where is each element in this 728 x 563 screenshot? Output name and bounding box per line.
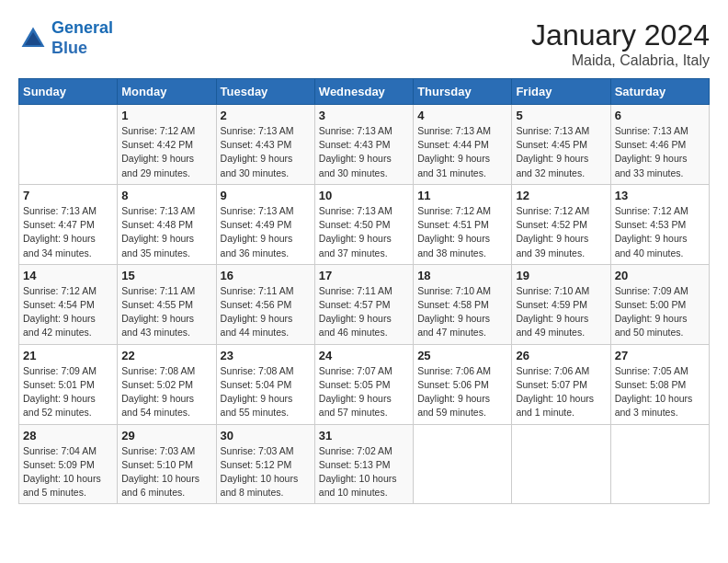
calendar-table: SundayMondayTuesdayWednesdayThursdayFrid… — [18, 78, 710, 504]
calendar-cell: 27Sunrise: 7:05 AMSunset: 5:08 PMDayligh… — [610, 344, 709, 424]
weekday-header-monday: Monday — [118, 79, 216, 105]
day-info: Sunrise: 7:13 AMSunset: 4:43 PMDaylight:… — [221, 124, 311, 180]
calendar-cell: 5Sunrise: 7:13 AMSunset: 4:45 PMDaylight… — [512, 105, 610, 185]
weekday-header-thursday: Thursday — [414, 79, 512, 105]
day-info: Sunrise: 7:13 AMSunset: 4:46 PMDaylight:… — [615, 124, 705, 180]
week-row-3: 14Sunrise: 7:12 AMSunset: 4:54 PMDayligh… — [19, 264, 710, 344]
logo: General Blue — [18, 18, 113, 58]
calendar-cell: 12Sunrise: 7:12 AMSunset: 4:52 PMDayligh… — [512, 184, 610, 264]
calendar-cell: 13Sunrise: 7:12 AMSunset: 4:53 PMDayligh… — [610, 184, 709, 264]
day-number: 20 — [615, 269, 705, 282]
calendar-cell: 15Sunrise: 7:11 AMSunset: 4:55 PMDayligh… — [118, 264, 216, 344]
calendar-cell: 25Sunrise: 7:06 AMSunset: 5:06 PMDayligh… — [414, 344, 512, 424]
calendar-cell: 1Sunrise: 7:12 AMSunset: 4:42 PMDaylight… — [118, 105, 216, 185]
day-number: 27 — [615, 349, 705, 362]
day-info: Sunrise: 7:06 AMSunset: 5:07 PMDaylight:… — [516, 364, 606, 420]
day-number: 2 — [221, 109, 311, 122]
day-info: Sunrise: 7:12 AMSunset: 4:42 PMDaylight:… — [121, 124, 211, 180]
day-info: Sunrise: 7:12 AMSunset: 4:51 PMDaylight:… — [417, 204, 507, 260]
day-info: Sunrise: 7:08 AMSunset: 5:02 PMDaylight:… — [121, 364, 211, 420]
day-number: 19 — [516, 269, 606, 282]
calendar-cell: 31Sunrise: 7:02 AMSunset: 5:13 PMDayligh… — [314, 424, 413, 504]
day-info: Sunrise: 7:13 AMSunset: 4:48 PMDaylight:… — [121, 204, 211, 260]
day-number: 3 — [319, 109, 409, 122]
day-info: Sunrise: 7:11 AMSunset: 4:56 PMDaylight:… — [221, 284, 311, 340]
calendar-cell: 2Sunrise: 7:13 AMSunset: 4:43 PMDaylight… — [216, 105, 314, 185]
calendar-cell: 29Sunrise: 7:03 AMSunset: 5:10 PMDayligh… — [118, 424, 216, 504]
weekday-header-friday: Friday — [512, 79, 610, 105]
page-header: General Blue January 2024 Maida, Calabri… — [18, 18, 710, 69]
day-info: Sunrise: 7:02 AMSunset: 5:13 PMDaylight:… — [319, 444, 409, 500]
location-subtitle: Maida, Calabria, Italy — [531, 52, 710, 69]
day-number: 10 — [319, 189, 409, 202]
day-number: 30 — [221, 429, 311, 442]
day-number: 22 — [121, 349, 211, 362]
day-info: Sunrise: 7:03 AMSunset: 5:12 PMDaylight:… — [221, 444, 311, 500]
calendar-cell: 14Sunrise: 7:12 AMSunset: 4:54 PMDayligh… — [19, 264, 118, 344]
week-row-5: 28Sunrise: 7:04 AMSunset: 5:09 PMDayligh… — [19, 424, 710, 504]
weekday-header-tuesday: Tuesday — [216, 79, 314, 105]
day-number: 8 — [121, 189, 211, 202]
day-number: 24 — [319, 349, 409, 362]
day-number: 11 — [417, 189, 507, 202]
day-info: Sunrise: 7:13 AMSunset: 4:49 PMDaylight:… — [221, 204, 311, 260]
day-number: 31 — [319, 429, 409, 442]
calendar-cell — [610, 424, 709, 504]
calendar-cell: 4Sunrise: 7:13 AMSunset: 4:44 PMDaylight… — [414, 105, 512, 185]
calendar-cell: 6Sunrise: 7:13 AMSunset: 4:46 PMDaylight… — [610, 105, 709, 185]
day-info: Sunrise: 7:11 AMSunset: 4:55 PMDaylight:… — [121, 284, 211, 340]
day-info: Sunrise: 7:04 AMSunset: 5:09 PMDaylight:… — [23, 444, 113, 500]
calendar-cell: 20Sunrise: 7:09 AMSunset: 5:00 PMDayligh… — [610, 264, 709, 344]
day-number: 7 — [23, 189, 113, 202]
day-number: 17 — [319, 269, 409, 282]
day-info: Sunrise: 7:13 AMSunset: 4:47 PMDaylight:… — [23, 204, 113, 260]
week-row-4: 21Sunrise: 7:09 AMSunset: 5:01 PMDayligh… — [19, 344, 710, 424]
calendar-cell: 7Sunrise: 7:13 AMSunset: 4:47 PMDaylight… — [19, 184, 118, 264]
week-row-1: 1Sunrise: 7:12 AMSunset: 4:42 PMDaylight… — [19, 105, 710, 185]
day-info: Sunrise: 7:10 AMSunset: 4:59 PMDaylight:… — [516, 284, 606, 340]
day-number: 28 — [23, 429, 113, 442]
day-info: Sunrise: 7:06 AMSunset: 5:06 PMDaylight:… — [417, 364, 507, 420]
weekday-header-wednesday: Wednesday — [314, 79, 413, 105]
calendar-cell: 19Sunrise: 7:10 AMSunset: 4:59 PMDayligh… — [512, 264, 610, 344]
day-number: 29 — [121, 429, 211, 442]
day-number: 13 — [615, 189, 705, 202]
day-number: 23 — [221, 349, 311, 362]
calendar-cell — [19, 105, 118, 185]
calendar-cell: 30Sunrise: 7:03 AMSunset: 5:12 PMDayligh… — [216, 424, 314, 504]
day-info: Sunrise: 7:13 AMSunset: 4:50 PMDaylight:… — [319, 204, 409, 260]
day-info: Sunrise: 7:07 AMSunset: 5:05 PMDaylight:… — [319, 364, 409, 420]
day-number: 4 — [417, 109, 507, 122]
calendar-cell: 17Sunrise: 7:11 AMSunset: 4:57 PMDayligh… — [314, 264, 413, 344]
title-block: January 2024 Maida, Calabria, Italy — [531, 18, 710, 69]
day-number: 1 — [121, 109, 211, 122]
day-number: 18 — [417, 269, 507, 282]
calendar-cell: 18Sunrise: 7:10 AMSunset: 4:58 PMDayligh… — [414, 264, 512, 344]
day-number: 5 — [516, 109, 606, 122]
weekday-header-sunday: Sunday — [19, 79, 118, 105]
calendar-cell: 26Sunrise: 7:06 AMSunset: 5:07 PMDayligh… — [512, 344, 610, 424]
day-info: Sunrise: 7:13 AMSunset: 4:44 PMDaylight:… — [417, 124, 507, 180]
logo-general: General — [51, 18, 113, 37]
day-number: 21 — [23, 349, 113, 362]
day-info: Sunrise: 7:09 AMSunset: 5:01 PMDaylight:… — [23, 364, 113, 420]
day-info: Sunrise: 7:12 AMSunset: 4:52 PMDaylight:… — [516, 204, 606, 260]
day-info: Sunrise: 7:09 AMSunset: 5:00 PMDaylight:… — [615, 284, 705, 340]
day-number: 26 — [516, 349, 606, 362]
day-info: Sunrise: 7:03 AMSunset: 5:10 PMDaylight:… — [121, 444, 211, 500]
day-number: 6 — [615, 109, 705, 122]
logo-blue: Blue — [51, 39, 87, 57]
week-row-2: 7Sunrise: 7:13 AMSunset: 4:47 PMDaylight… — [19, 184, 710, 264]
logo-icon — [18, 24, 48, 53]
calendar-cell: 16Sunrise: 7:11 AMSunset: 4:56 PMDayligh… — [216, 264, 314, 344]
day-info: Sunrise: 7:13 AMSunset: 4:45 PMDaylight:… — [516, 124, 606, 180]
day-info: Sunrise: 7:13 AMSunset: 4:43 PMDaylight:… — [319, 124, 409, 180]
day-info: Sunrise: 7:08 AMSunset: 5:04 PMDaylight:… — [221, 364, 311, 420]
calendar-cell: 23Sunrise: 7:08 AMSunset: 5:04 PMDayligh… — [216, 344, 314, 424]
weekday-header-row: SundayMondayTuesdayWednesdayThursdayFrid… — [19, 79, 710, 105]
calendar-cell: 21Sunrise: 7:09 AMSunset: 5:01 PMDayligh… — [19, 344, 118, 424]
calendar-cell: 9Sunrise: 7:13 AMSunset: 4:49 PMDaylight… — [216, 184, 314, 264]
day-number: 15 — [121, 269, 211, 282]
month-title: January 2024 — [531, 18, 710, 52]
logo-text: General Blue — [51, 18, 113, 58]
